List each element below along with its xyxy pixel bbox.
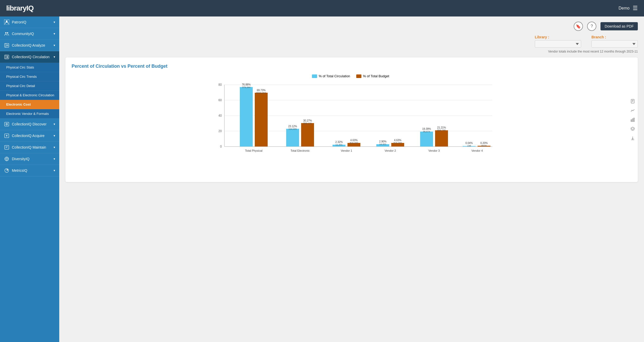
bookmark-icon: 🔖 — [576, 24, 581, 29]
bookmark-button[interactable]: 🔖 — [574, 22, 583, 31]
chevron-down-icon: ▾ — [54, 146, 55, 149]
svg-text:$98,126: $98,126 — [303, 122, 312, 125]
download-pdf-button[interactable]: Download as PDF — [600, 22, 638, 30]
sidebar-item-diversityiq[interactable]: DiversityIQ ▾ — [0, 153, 59, 165]
svg-text:20: 20 — [218, 129, 222, 133]
legend-item-budget: % of Total Budget — [356, 74, 389, 78]
help-button[interactable]: ? — [587, 22, 596, 31]
bar-total-physical-budget — [255, 93, 268, 147]
sidebar-subitem-physical-electronic-circulation[interactable]: Physical & Electronic Circulation — [0, 91, 59, 100]
svg-text:0: 0 — [220, 145, 222, 148]
svg-text:Vendor 3: Vendor 3 — [428, 149, 440, 152]
discover-icon — [4, 122, 9, 127]
chevron-down-icon: ▾ — [54, 134, 55, 138]
svg-point-3 — [7, 32, 8, 33]
legend-item-circ: % of Total Circulation — [312, 74, 350, 78]
filters-row: Library : Branch : — [65, 35, 638, 48]
sidebar-item-label: MetricsIQ — [12, 168, 27, 173]
svg-text:23.12%: 23.12% — [288, 125, 297, 128]
bar-total-electronic-circ — [286, 129, 299, 147]
chevron-down-icon: ▾ — [54, 44, 55, 47]
patron-icon — [4, 20, 9, 25]
svg-text:11,431: 11,431 — [335, 143, 343, 146]
svg-text:$68,765: $68,765 — [437, 129, 446, 132]
metrics-icon — [4, 168, 9, 173]
svg-point-0 — [6, 20, 8, 22]
svg-text:80: 80 — [218, 83, 222, 87]
bar-vendor3-budget — [435, 130, 448, 147]
chart-icon-line[interactable] — [630, 107, 636, 114]
bar-vendor3-circ — [420, 132, 433, 147]
svg-point-12 — [6, 124, 7, 125]
sidebar-item-communityiq[interactable]: CommunityIQ ▾ — [0, 28, 59, 40]
sidebar-item-label: CollectionIQ Discover — [12, 122, 47, 126]
chevron-down-icon: ▾ — [54, 20, 55, 24]
chart-card: Percent of Circulation vs Percent of Bud… — [65, 57, 638, 182]
sidebar-item-collectioniq-circulation[interactable]: CollectionIQ Circulation ▾ — [0, 51, 59, 63]
sidebar-item-patroniq[interactable]: PatronIQ ▾ — [0, 16, 59, 28]
legend-label-circ: % of Total Circulation — [319, 74, 350, 78]
bar-chart: 0 20 40 60 80 76.88% 379,344 69.73% — [82, 82, 630, 165]
username-label: Demo — [618, 6, 630, 11]
svg-text:69.73%: 69.73% — [257, 89, 266, 92]
svg-text:Vendor 4: Vendor 4 — [471, 149, 483, 152]
svg-text:76.88%: 76.88% — [242, 83, 251, 86]
chart-icon-bar[interactable] — [630, 117, 636, 123]
sidebar-subitem-physical-circ-detail[interactable]: Physical Circ Detail — [0, 81, 59, 91]
sidebar-item-metricsiq[interactable]: MetricsIQ ▾ — [0, 165, 59, 176]
chart-legend: % of Total Circulation % of Total Budget — [72, 74, 630, 78]
library-filter: Library : — [535, 35, 581, 48]
sidebar-item-collectioniq-acquire[interactable]: CollectionIQ Acquire ▾ — [0, 130, 59, 142]
svg-text:21.21%: 21.21% — [437, 126, 446, 129]
svg-text:14,321: 14,321 — [379, 143, 386, 146]
chart-icon-stack[interactable] — [630, 126, 636, 132]
svg-text:$15,000: $15,000 — [350, 142, 358, 144]
sidebar-subitem-physical-circ-trends[interactable]: Physical Circ Trends — [0, 72, 59, 81]
sidebar-item-label: CollectionIQ Acquire — [12, 134, 45, 138]
legend-label-budget: % of Total Budget — [363, 74, 389, 78]
sidebar-item-collectioniq-maintain[interactable]: CollectionIQ Maintain ▾ — [0, 142, 59, 153]
chart-icon-document[interactable] — [630, 98, 636, 104]
sidebar-subitem-electronic-cost[interactable]: Electronic Cost — [0, 100, 59, 109]
svg-point-2 — [5, 32, 6, 33]
svg-text:114,101: 114,101 — [289, 128, 297, 130]
acquire-icon — [4, 133, 9, 138]
svg-text:30.27%: 30.27% — [303, 119, 312, 122]
community-icon — [4, 31, 9, 36]
svg-text:60: 60 — [218, 98, 222, 102]
user-menu[interactable]: Demo ☰ — [618, 5, 638, 12]
svg-text:2.32%: 2.32% — [335, 141, 343, 143]
bar-total-physical-circ — [240, 87, 253, 147]
sidebar-item-collectioniq-analyze[interactable]: CollectionIQ Analyze ▾ — [0, 40, 59, 51]
sidebar-item-label: CollectionIQ Maintain — [12, 145, 46, 149]
sidebar-subitem-physical-circ-stats[interactable]: Physical Circ Stats — [0, 63, 59, 72]
sidebar-item-collectioniq-discover[interactable]: CollectionIQ Discover ▾ — [0, 118, 59, 130]
toolbar: 🔖 ? Download as PDF — [65, 22, 638, 31]
branch-select[interactable] — [591, 40, 638, 48]
chevron-down-icon: ▾ — [54, 169, 55, 172]
chart-icon-download[interactable] — [630, 135, 636, 141]
svg-point-9 — [7, 56, 8, 57]
sidebar-item-label: CommunityIQ — [12, 32, 34, 36]
library-select[interactable] — [535, 40, 581, 48]
svg-text:95,674: 95,674 — [423, 130, 430, 133]
legend-swatch-circ — [312, 74, 317, 78]
svg-text:Total Electronic: Total Electronic — [291, 149, 310, 152]
svg-rect-63 — [631, 120, 632, 122]
sidebar-item-label: DiversityIQ — [12, 157, 29, 161]
main-content: 🔖 ? Download as PDF Library : Branch : — [59, 16, 644, 342]
svg-text:$639: $639 — [481, 144, 487, 147]
svg-text:40: 40 — [218, 114, 222, 117]
svg-rect-7 — [5, 55, 9, 59]
branch-label: Branch : — [591, 35, 638, 39]
svg-marker-66 — [631, 127, 635, 130]
maintain-icon — [4, 145, 9, 150]
chart-title: Percent of Circulation vs Percent of Bud… — [72, 64, 630, 69]
sidebar-subitem-electronic-vendor-formats[interactable]: Electronic Vendor & Formats — [0, 109, 59, 118]
hamburger-icon[interactable]: ☰ — [633, 5, 638, 12]
top-nav: libraryIQ Demo ☰ — [0, 0, 644, 16]
svg-text:Vendor 2: Vendor 2 — [385, 149, 396, 152]
chevron-down-icon: ▾ — [54, 55, 55, 59]
svg-text:379,344: 379,344 — [242, 86, 251, 89]
svg-text:Total Physical: Total Physical — [245, 149, 262, 152]
